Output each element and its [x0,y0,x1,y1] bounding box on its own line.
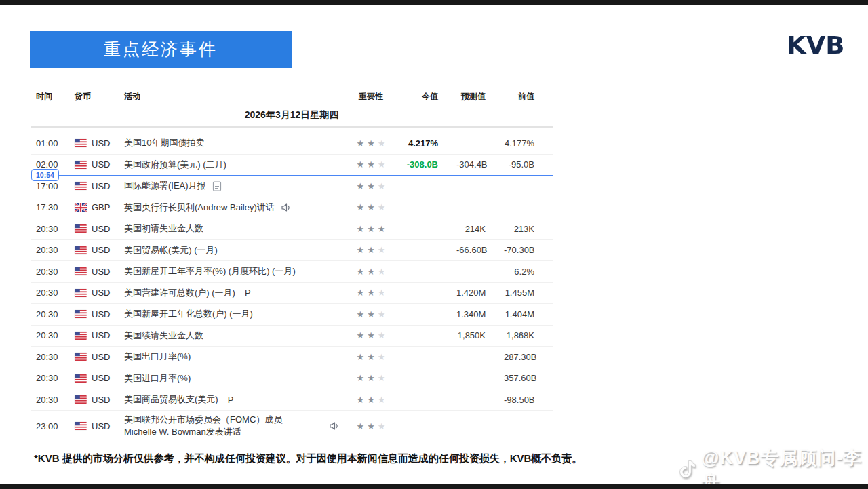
flag-us-icon [75,310,87,318]
star-filled-icon: ★ [357,374,365,383]
currency-code: USD [92,421,110,431]
event-activity: 美国10年期国债拍卖 [119,137,344,149]
table-header: 时间 货币 活动 重要性 今值 预测值 前值 [31,90,553,104]
forecast-value: -66.60B [456,245,504,255]
actual-value: -308.0B [398,159,456,170]
activity-text: 美国联邦公开市场委员会（FOMC）成员Michelle W. Bowman发表讲… [124,414,313,437]
star-empty-icon: ★ [378,395,386,404]
event-currency: GBP [69,202,119,212]
event-activity: 美国新屋开工年化总数(户) (一月) [119,308,344,320]
star-filled-icon: ★ [357,203,365,212]
importance-stars: ★★★ [344,203,398,212]
importance-stars: ★★★ [344,331,398,340]
currency-code: GBP [92,202,110,212]
star-filled-icon: ★ [357,246,365,254]
star-filled-icon: ★ [357,267,365,276]
previous-value: 213K [504,224,553,234]
star-filled-icon: ★ [367,395,375,404]
current-time-badge: 10:54 [31,169,59,181]
event-row[interactable]: 17:00USD国际能源署(IEA)月报★★★ [31,176,553,197]
col-header-activity: 活动 [119,91,344,102]
event-row[interactable]: 20:30USD美国商品贸易收支(美元)P★★★-98.50B [31,389,553,411]
event-time: 17:30 [31,202,69,212]
event-activity: 美国联邦公开市场委员会（FOMC）成员Michelle W. Bowman发表讲… [119,414,344,437]
event-row[interactable]: 20:30USD美国营建许可总数(户) (一月)P★★★1.420M1.455M [31,283,553,305]
event-currency: USD [69,267,119,277]
page-title: 重点经济事件 [104,38,218,60]
activity-text: 美国新屋开工年化总数(户) (一月) [124,308,253,320]
event-row[interactable]: 20:30USD美国出口月率(%)★★★287.30B [31,347,553,368]
currency-code: USD [92,138,110,149]
speaker-icon[interactable] [281,203,292,212]
activity-text: 美国营建许可总数(户) (一月) [124,287,235,299]
flag-us-icon [75,395,87,404]
col-header-importance: 重要性 [344,91,398,102]
watermark: @KVB专属顾问-李舟 [679,446,868,489]
forecast-value: 1.340M [456,309,504,319]
importance-stars: ★★★ [344,267,398,276]
event-activity: 美国初请失业金人数 [119,222,344,235]
event-activity: 美国政府预算(美元) (二月) [119,159,344,171]
event-row[interactable]: 20:30USD美国续请失业金人数★★★1,850K1,868K [31,326,553,347]
forecast-value: -304.4B [456,159,504,170]
event-activity: 美国营建许可总数(户) (一月)P [119,287,344,299]
event-row[interactable]: 01:00USD美国10年期国债拍卖★★★4.217%4.177% [31,133,553,155]
currency-code: USD [92,352,110,362]
event-activity: 美国续请失业金人数 [119,330,344,342]
star-filled-icon: ★ [367,288,375,297]
event-currency: USD [69,395,119,405]
economic-calendar-table: 时间 货币 活动 重要性 今值 预测值 前值 2026年3月12日星期四 01:… [31,90,553,442]
event-row[interactable]: 20:30USD美国新屋开工年化总数(户) (一月)★★★1.340M1.404… [31,304,553,326]
star-filled-icon: ★ [357,139,365,148]
event-row[interactable]: 17:30GBP英国央行行长贝利(Andrew Bailey)讲话★★★ [31,197,553,219]
speaker-icon[interactable] [329,421,340,431]
activity-text: 国际能源署(IEA)月报 [124,180,206,192]
importance-stars: ★★★ [344,246,398,254]
importance-stars: ★★★ [344,422,398,431]
event-time: 20:30 [31,309,69,319]
event-currency: USD [69,181,119,191]
event-row[interactable]: 02:00USD美国政府预算(美元) (二月)★★★-308.0B-304.4B… [31,155,553,176]
importance-stars: ★★★ [344,182,398,191]
event-row[interactable]: 23:00USD美国联邦公开市场委员会（FOMC）成员Michelle W. B… [31,411,553,442]
date-header-row: 2026年3月12日星期四 [31,104,553,128]
event-time: 17:00 [31,181,69,191]
event-row[interactable]: 20:30USD美国贸易帐(美元) (一月)★★★-66.60B-70.30B [31,240,553,262]
activity-text: 美国进口月率(%) [124,372,191,385]
current-time-line [31,175,553,176]
col-header-forecast: 预测值 [456,91,504,102]
event-row[interactable]: 20:30USD美国进口月率(%)★★★357.60B [31,368,553,390]
star-empty-icon: ★ [378,267,386,276]
star-empty-icon: ★ [378,422,386,431]
event-time: 20:30 [31,267,69,277]
currency-code: USD [92,309,110,319]
star-filled-icon: ★ [357,160,365,169]
star-filled-icon: ★ [357,288,365,297]
event-time: 20:30 [31,224,69,234]
top-letterbox-bar [0,0,868,5]
previous-value: 6.2% [504,267,553,277]
currency-code: USD [92,181,110,191]
flag-us-icon [75,353,87,361]
star-empty-icon: ★ [378,246,386,254]
event-row[interactable]: 20:30USD美国初请失业金人数★★★214K213K [31,218,553,240]
importance-stars: ★★★ [344,160,398,169]
bottom-letterbox-bar [0,484,868,489]
star-filled-icon: ★ [367,160,375,169]
star-filled-icon: ★ [357,353,365,361]
star-empty-icon: ★ [378,288,386,297]
event-time: 20:30 [31,373,69,383]
event-row[interactable]: 20:30USD美国新屋开工年率月率(%) (月度环比) (一月)★★★6.2% [31,261,553,283]
currency-code: USD [92,330,110,340]
section-banner: 重点经济事件 [30,31,292,68]
importance-stars: ★★★ [344,353,398,361]
kvb-logo: KVB [787,32,845,60]
activity-text: 美国商品贸易收支(美元) [124,393,218,406]
col-header-currency: 货币 [69,91,119,102]
event-activity: 美国商品贸易收支(美元)P [119,393,344,406]
document-icon[interactable] [212,181,222,191]
activity-text: 美国初请失业金人数 [124,222,203,235]
star-filled-icon: ★ [367,224,375,233]
event-activity: 美国贸易帐(美元) (一月) [119,244,344,256]
event-time: 20:30 [31,288,69,298]
